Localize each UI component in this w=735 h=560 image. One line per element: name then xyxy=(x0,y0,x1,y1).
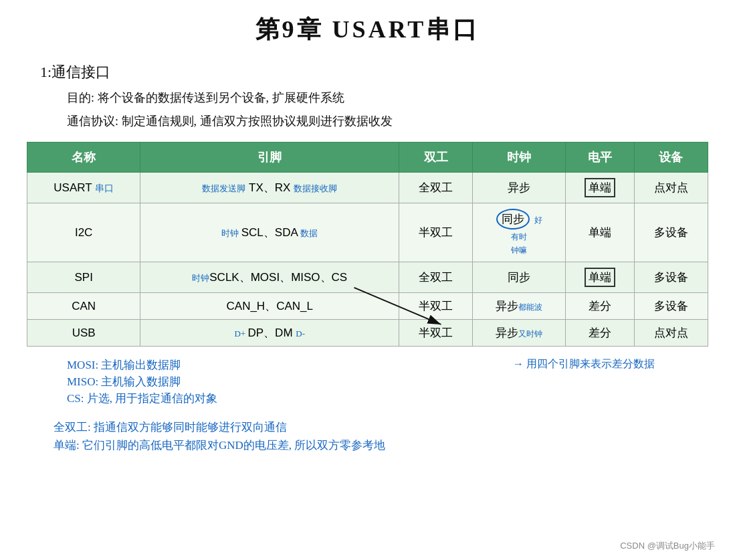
cell-usart-device: 点对点 xyxy=(634,173,708,203)
cell-i2c-duplex: 半双工 xyxy=(399,203,473,262)
cs-note: CS: 片选, 用于指定通信的对象 xyxy=(67,391,708,406)
page: 第9章 USART串口 1:通信接口 目的: 将个设备的数据传送到另个设备, 扩… xyxy=(0,0,735,560)
cell-i2c-name: I2C xyxy=(27,203,140,262)
cell-usb-clock: 异步又时钟 xyxy=(473,320,566,347)
col-clock: 时钟 xyxy=(473,143,566,173)
col-level: 电平 xyxy=(566,143,634,173)
col-duplex: 双工 xyxy=(399,143,473,173)
cell-spi-level: 单端 xyxy=(566,262,634,293)
cell-usart-clock: 异步 xyxy=(473,173,566,203)
cell-i2c-device: 多设备 xyxy=(634,203,708,262)
cell-spi-clock: 同步 xyxy=(473,262,566,293)
cell-usb-device: 点对点 xyxy=(634,320,708,347)
cell-spi-pin: 时钟SCLK、MOSI、MISO、CS xyxy=(140,262,399,293)
cell-usb-pin: D+ DP、DM D- xyxy=(140,320,399,347)
cell-usart-pin: 数据发送脚 TX、RX 数据接收脚 xyxy=(140,173,399,203)
cell-usart-name: USART 串口 xyxy=(27,173,140,203)
table-row-can: CAN CAN_H、CAN_L 半双工 异步都能波 差分 多设备 xyxy=(27,293,708,320)
cell-can-clock: 异步都能波 xyxy=(473,293,566,320)
intro-line1: 目的: 将个设备的数据传送到另个设备, 扩展硬件系统 xyxy=(67,88,708,108)
cell-spi-name: SPI xyxy=(27,262,140,293)
cell-can-level: 差分 xyxy=(566,293,634,320)
col-pin: 引脚 xyxy=(140,143,399,173)
watermark: CSDN @调试Bug小能手 xyxy=(620,540,715,552)
bottom-annotations: MOSI: 主机输出数据脚 MISO: 主机输入数据脚 CS: 片选, 用于指定… xyxy=(27,357,708,406)
cell-usb-duplex: 半双工 xyxy=(399,320,473,347)
table-header-row: 名称 引脚 双工 时钟 电平 设备 xyxy=(27,143,708,173)
cell-can-device: 多设备 xyxy=(634,293,708,320)
table-row-i2c: I2C 时钟 SCL、SDA 数据 半双工 同步 好有时钟嘛 单端 多设备 xyxy=(27,203,708,262)
section-header: 1:通信接口 xyxy=(40,62,708,82)
cell-spi-duplex: 全双工 xyxy=(399,262,473,293)
cell-can-pin: CAN_H、CAN_L xyxy=(140,293,399,320)
miso-note: MISO: 主机输入数据脚 xyxy=(67,374,708,389)
table-row-usart: USART 串口 数据发送脚 TX、RX 数据接收脚 全双工 异步 单端 点对点 xyxy=(27,173,708,203)
cell-i2c-level: 单端 xyxy=(566,203,634,262)
cell-usart-duplex: 全双工 xyxy=(399,173,473,203)
col-name: 名称 xyxy=(27,143,140,173)
cell-usb-level: 差分 xyxy=(566,320,634,347)
cell-can-duplex: 半双工 xyxy=(399,293,473,320)
cell-i2c-pin: 时钟 SCL、SDA 数据 xyxy=(140,203,399,262)
cell-usb-name: USB xyxy=(27,320,140,347)
intro-line2: 通信协议: 制定通信规则, 通信双方按照协议规则进行数据收发 xyxy=(67,111,708,132)
table-row-spi: SPI 时钟SCLK、MOSI、MISO、CS 全双工 同步 单端 多设备 xyxy=(27,262,708,293)
col-device: 设备 xyxy=(634,143,708,173)
cell-i2c-clock: 同步 好有时钟嘛 xyxy=(473,203,566,262)
cell-spi-device: 多设备 xyxy=(634,262,708,293)
comm-table: 名称 引脚 双工 时钟 电平 设备 USART 串口 数据发送脚 TX、RX 数… xyxy=(27,142,708,347)
diff-arrow-note: → 用四个引脚来表示差分数据 xyxy=(513,357,655,371)
page-title: 第9章 USART串口 xyxy=(27,13,708,46)
table-container: 名称 引脚 双工 时钟 电平 设备 USART 串口 数据发送脚 TX、RX 数… xyxy=(27,142,708,347)
full-duplex-note: 全双工: 指通信双方能够同时能够进行双向通信 xyxy=(54,419,708,435)
single-end-note: 单端: 它们引脚的高低电平都限对GND的电压差, 所以双方零参考地 xyxy=(54,438,708,453)
cell-usart-level: 单端 xyxy=(566,173,634,203)
cell-can-name: CAN xyxy=(27,293,140,320)
table-row-usb: USB D+ DP、DM D- 半双工 异步又时钟 差分 点对点 xyxy=(27,320,708,347)
